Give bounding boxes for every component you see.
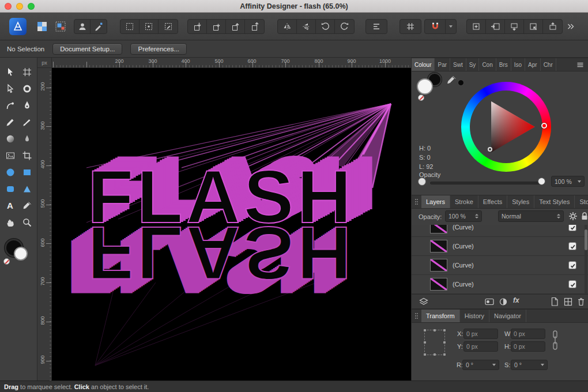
insert-behind-button[interactable] bbox=[120, 20, 140, 33]
minimize-window-button[interactable] bbox=[16, 3, 23, 10]
layer-row[interactable]: (Curve) bbox=[412, 256, 588, 275]
tab-symbols[interactable]: Sy bbox=[466, 58, 480, 71]
vector-crop-tool[interactable] bbox=[18, 147, 35, 164]
panel-grip[interactable] bbox=[412, 310, 421, 322]
rotation-dropdown[interactable]: 0 ° bbox=[462, 360, 499, 370]
insert-inside-button[interactable] bbox=[159, 20, 178, 33]
insert-corner-button[interactable] bbox=[524, 20, 543, 33]
y-input[interactable] bbox=[463, 341, 498, 352]
transparency-tool[interactable] bbox=[18, 130, 35, 147]
tab-swatches[interactable]: Swt bbox=[450, 58, 466, 71]
ruler-unit-corner[interactable]: px bbox=[37, 58, 52, 68]
back-one-button[interactable] bbox=[207, 20, 226, 33]
colour-eyedropper-icon[interactable] bbox=[446, 74, 457, 86]
fill-tool[interactable] bbox=[2, 130, 18, 147]
insert-arrow-down-button[interactable] bbox=[505, 20, 524, 33]
flip-vertical-button[interactable] bbox=[297, 20, 316, 33]
no-fill-badge[interactable] bbox=[418, 95, 424, 101]
rectangle-tool[interactable] bbox=[18, 164, 35, 180]
layer-visibility-checkbox[interactable] bbox=[568, 261, 576, 269]
panel-grip[interactable] bbox=[412, 195, 421, 208]
transform-anchor-selector[interactable] bbox=[424, 330, 445, 355]
tab-stock[interactable]: Stock bbox=[575, 195, 588, 208]
layer-row[interactable]: (Curve) bbox=[412, 275, 588, 294]
tab-appearance[interactable]: Apr bbox=[525, 58, 541, 71]
insert-arrow-up-button[interactable] bbox=[543, 20, 562, 33]
flip-horizontal-button[interactable] bbox=[278, 20, 297, 33]
new-layer-icon[interactable] bbox=[550, 297, 559, 307]
rotate-cw-button[interactable] bbox=[335, 20, 354, 33]
edit-mode-button[interactable] bbox=[91, 20, 107, 33]
layer-visibility-checkbox[interactable] bbox=[568, 242, 576, 250]
hue-selector[interactable] bbox=[541, 123, 547, 129]
text-tool[interactable]: A bbox=[2, 197, 18, 214]
opacity-value-dropdown[interactable]: 100 % bbox=[551, 176, 585, 187]
layer-visibility-checkbox[interactable] bbox=[568, 280, 576, 288]
point-transform-tool[interactable] bbox=[18, 80, 35, 97]
x-input[interactable] bbox=[463, 329, 498, 339]
lightness-selector[interactable] bbox=[488, 147, 492, 152]
pen-tool[interactable] bbox=[18, 97, 35, 114]
corner-tool[interactable] bbox=[2, 97, 18, 114]
alignment-button[interactable] bbox=[366, 20, 387, 33]
layer-settings-gear-icon[interactable] bbox=[568, 212, 578, 221]
vertical-ruler[interactable]: 200 300 400 500 600 700 800 900 bbox=[37, 68, 52, 380]
opacity-slider-knob[interactable] bbox=[538, 178, 545, 185]
insert-arrow-left-button[interactable] bbox=[486, 20, 505, 33]
tab-text-styles[interactable]: Text Styles bbox=[534, 195, 575, 208]
colour-picker-tool[interactable] bbox=[18, 197, 35, 214]
tab-styles[interactable]: Styles bbox=[507, 195, 534, 208]
no-colour-badge[interactable] bbox=[3, 258, 10, 265]
layers-scrollbar[interactable] bbox=[585, 225, 587, 294]
toggle-snapping-button[interactable] bbox=[425, 20, 446, 33]
new-group-icon[interactable] bbox=[563, 297, 573, 307]
move-tool[interactable] bbox=[2, 63, 18, 80]
zoom-tool[interactable] bbox=[18, 214, 35, 231]
saturation-lightness-triangle[interactable] bbox=[475, 96, 537, 158]
vector-brush-tool[interactable] bbox=[18, 114, 35, 130]
rounded-rectangle-tool[interactable] bbox=[2, 180, 18, 197]
trash-icon[interactable] bbox=[576, 297, 586, 307]
move-to-back-button[interactable] bbox=[188, 20, 207, 33]
picked-colour-dot[interactable] bbox=[458, 80, 464, 86]
tab-brushes[interactable]: Brs bbox=[496, 58, 511, 71]
move-to-front-button[interactable] bbox=[245, 20, 264, 33]
w-input[interactable] bbox=[511, 329, 545, 339]
designer-persona-button[interactable] bbox=[9, 18, 27, 35]
canvas[interactable]: FLASH FLASH FLASH FLASH FLASH FLASH FLAS… bbox=[52, 68, 411, 380]
node-tool[interactable] bbox=[2, 80, 18, 97]
scrollbar-thumb[interactable] bbox=[585, 229, 587, 250]
adjustment-layer-icon[interactable] bbox=[498, 297, 508, 307]
tab-constraints[interactable]: Con bbox=[479, 58, 496, 71]
layers-stack-icon[interactable] bbox=[419, 297, 429, 307]
triangle-tool[interactable] bbox=[18, 180, 35, 197]
ellipse-tool[interactable] bbox=[2, 164, 18, 180]
fill-colour-swatch[interactable] bbox=[14, 247, 28, 261]
close-window-button[interactable] bbox=[5, 3, 12, 10]
tab-stroke[interactable]: Stroke bbox=[450, 195, 478, 208]
layer-row[interactable]: (Curve) bbox=[412, 237, 588, 256]
tab-effects[interactable]: Effects bbox=[478, 195, 507, 208]
image-tool[interactable] bbox=[2, 147, 18, 164]
blend-mode-dropdown[interactable]: Normal bbox=[498, 210, 564, 222]
tab-character[interactable]: Chr bbox=[541, 58, 556, 71]
lock-icon[interactable] bbox=[581, 212, 588, 221]
link-dimensions-icon[interactable] bbox=[551, 329, 559, 352]
opacity-slider-track[interactable] bbox=[430, 182, 542, 184]
layer-effects-button[interactable]: fx bbox=[513, 296, 519, 304]
opacity-node[interactable] bbox=[418, 178, 426, 186]
horizontal-ruler[interactable]: 200 300 400 500 600 700 800 900 1000 bbox=[52, 58, 411, 68]
snapping-options-dropdown[interactable] bbox=[446, 20, 456, 33]
h-input[interactable] bbox=[511, 341, 545, 352]
tab-transform[interactable]: Transform bbox=[421, 310, 460, 322]
tab-isometric[interactable]: Iso bbox=[511, 58, 525, 71]
duplicate-button[interactable] bbox=[467, 20, 486, 33]
forward-one-button[interactable] bbox=[226, 20, 245, 33]
tab-navigator[interactable]: Navigator bbox=[489, 310, 526, 322]
layer-row[interactable]: (Curve) bbox=[412, 225, 588, 237]
layers-opacity-dropdown[interactable]: 100 % bbox=[445, 210, 482, 222]
tab-paragraph[interactable]: Par bbox=[435, 58, 450, 71]
insert-on-top-button[interactable] bbox=[140, 20, 159, 33]
export-persona-button[interactable] bbox=[54, 20, 67, 33]
show-grid-button[interactable] bbox=[400, 20, 421, 33]
